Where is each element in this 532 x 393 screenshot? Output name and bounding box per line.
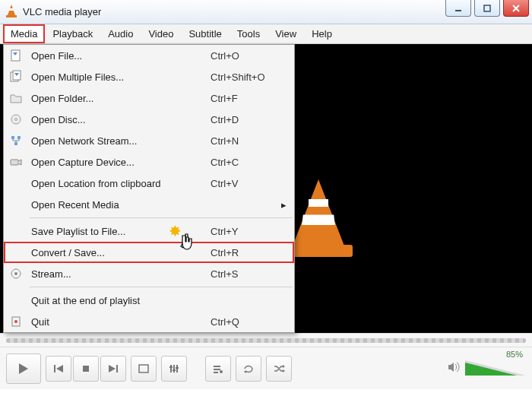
menu-item-shortcut: Ctrl+F [211, 93, 294, 104]
svg-marker-39 [283, 365, 285, 368]
svg-marker-40 [283, 369, 285, 372]
disc-icon [4, 113, 28, 125]
menu-open-capture[interactable]: Open Capture Device... Ctrl+C [4, 151, 294, 173]
menu-tools[interactable]: Tools [230, 24, 268, 43]
menu-item-label: Open Capture Device... [28, 157, 211, 168]
fullscreen-button[interactable] [131, 356, 157, 382]
extended-settings-button[interactable] [161, 356, 187, 382]
menu-open-network[interactable]: Open Network Stream... Ctrl+N [4, 130, 294, 151]
menu-item-shortcut: Ctrl+Shift+O [211, 71, 294, 83]
maximize-button[interactable] [474, 0, 500, 17]
volume-slider[interactable]: 85% [465, 359, 526, 379]
menu-open-folder[interactable]: Open Folder... Ctrl+F [4, 87, 294, 109]
menu-item-label: Open Folder... [28, 93, 211, 104]
svg-rect-17 [11, 160, 18, 165]
menu-item-shortcut: Ctrl+Y [211, 226, 294, 237]
svg-rect-28 [170, 365, 172, 372]
svg-rect-34 [214, 366, 220, 367]
menu-open-recent[interactable]: Open Recent Media ▸ [4, 194, 294, 215]
menu-item-label: Open Location from clipboard [28, 178, 211, 189]
folder-icon [4, 92, 28, 104]
menu-item-shortcut: Ctrl+S [211, 268, 294, 280]
previous-button[interactable] [46, 356, 71, 382]
svg-rect-33 [176, 367, 179, 369]
menu-playback[interactable]: Playback [45, 24, 100, 43]
loop-button[interactable] [236, 356, 261, 382]
svg-marker-23 [56, 365, 63, 372]
svg-rect-15 [17, 136, 21, 139]
svg-marker-21 [19, 363, 28, 374]
menu-item-shortcut: Ctrl+O [211, 50, 294, 62]
menu-subtitle[interactable]: Subtitle [181, 24, 229, 43]
speaker-icon[interactable] [447, 360, 461, 377]
menu-item-shortcut: Ctrl+R [211, 247, 294, 258]
svg-rect-35 [214, 369, 220, 370]
svg-rect-1 [6, 15, 17, 17]
svg-rect-27 [139, 365, 148, 372]
menu-item-label: Open Disc... [28, 114, 211, 125]
menu-stream[interactable]: Stream... Ctrl+S [4, 263, 294, 284]
menu-view[interactable]: View [268, 24, 304, 43]
seek-bar[interactable] [0, 333, 532, 347]
svg-rect-26 [116, 365, 118, 372]
svg-rect-29 [173, 365, 175, 372]
menu-open-multiple[interactable]: Open Multiple Files... Ctrl+Shift+O [4, 66, 294, 87]
stream-icon [4, 268, 28, 280]
svg-marker-25 [109, 365, 116, 372]
svg-rect-31 [169, 366, 173, 368]
window-titlebar: VLC media player [0, 0, 532, 24]
volume-percent: 85% [506, 350, 523, 359]
svg-rect-24 [83, 366, 89, 372]
menu-quit[interactable]: Quit Ctrl+Q [4, 311, 294, 332]
window-title: VLC media player [23, 6, 101, 17]
menu-item-label: Open Network Stream... [28, 135, 211, 147]
menu-help[interactable]: Help [304, 24, 340, 43]
menu-item-label: Open Multiple Files... [28, 71, 211, 83]
svg-point-37 [220, 370, 223, 373]
menu-item-label: Quit at the end of playlist [28, 295, 211, 306]
menu-open-clipboard[interactable]: Open Location from clipboard Ctrl+V [4, 173, 294, 194]
playlist-button[interactable] [205, 356, 231, 382]
minimize-button[interactable] [445, 0, 471, 17]
close-button[interactable] [503, 0, 529, 17]
svg-rect-32 [173, 369, 176, 371]
vlc-cone-icon [6, 5, 18, 20]
next-button[interactable] [100, 356, 126, 382]
menu-audio[interactable]: Audio [100, 24, 141, 43]
svg-rect-36 [214, 372, 218, 373]
network-icon [4, 135, 28, 147]
menu-item-label: Open Recent Media [28, 199, 211, 211]
menu-save-playlist[interactable]: Save Playlist to File... Ctrl+Y [4, 220, 294, 242]
svg-rect-16 [14, 142, 17, 145]
submenu-arrow-icon: ▸ [281, 199, 287, 211]
svg-rect-22 [54, 365, 55, 372]
svg-point-13 [15, 119, 17, 121]
quit-icon [4, 315, 28, 328]
svg-rect-14 [11, 136, 14, 139]
play-button[interactable] [6, 353, 41, 384]
menu-item-label: Quit [28, 316, 211, 328]
menu-open-file[interactable]: Open File... Ctrl+O [4, 45, 294, 66]
capture-icon [4, 156, 28, 168]
stop-button[interactable] [73, 356, 99, 382]
menu-item-label: Stream... [28, 268, 211, 280]
menu-item-label: Convert / Save... [28, 247, 211, 258]
menu-bar: Media Playback Audio Video Subtitle Tool… [0, 24, 532, 44]
menu-item-label: Open File... [28, 50, 211, 62]
shuffle-button[interactable] [266, 356, 292, 382]
menu-convert-save[interactable]: Convert / Save... Ctrl+R [4, 242, 294, 263]
menu-item-label: Save Playlist to File... [28, 226, 211, 237]
svg-rect-7 [11, 50, 20, 61]
seek-track[interactable] [6, 338, 526, 343]
menu-item-shortcut: Ctrl+N [211, 135, 294, 147]
menu-item-shortcut: Ctrl+D [211, 114, 294, 125]
menu-open-disc[interactable]: Open Disc... Ctrl+D [4, 109, 294, 130]
file-icon [4, 49, 28, 62]
svg-rect-2 [9, 8, 14, 11]
menu-quit-end[interactable]: Quit at the end of playlist [4, 290, 294, 311]
files-icon [4, 71, 28, 83]
menu-separator [30, 217, 293, 218]
svg-point-18 [14, 272, 17, 275]
menu-media[interactable]: Media [3, 24, 45, 43]
menu-video[interactable]: Video [141, 24, 181, 43]
